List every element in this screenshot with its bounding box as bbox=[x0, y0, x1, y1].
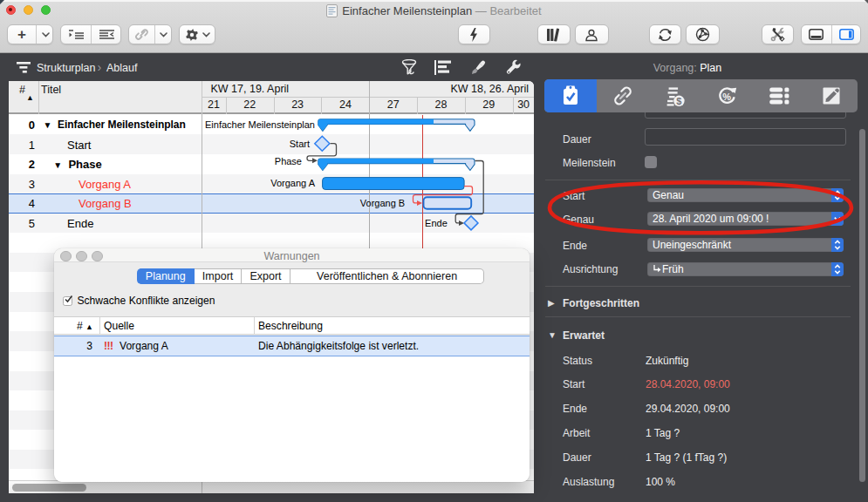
svg-text:%: % bbox=[722, 92, 731, 102]
svg-text:Einfacher Meilensteinplan: Einfacher Meilensteinplan bbox=[205, 119, 315, 130]
svg-text:$: $ bbox=[676, 96, 681, 106]
svg-text:Phase: Phase bbox=[275, 155, 302, 166]
svg-text:Start: Start bbox=[290, 138, 310, 148]
svg-text:Ende: Ende bbox=[425, 217, 448, 227]
svg-text:Vorgang A: Vorgang A bbox=[270, 178, 315, 188]
svg-text:Vorgang B: Vorgang B bbox=[360, 198, 405, 208]
